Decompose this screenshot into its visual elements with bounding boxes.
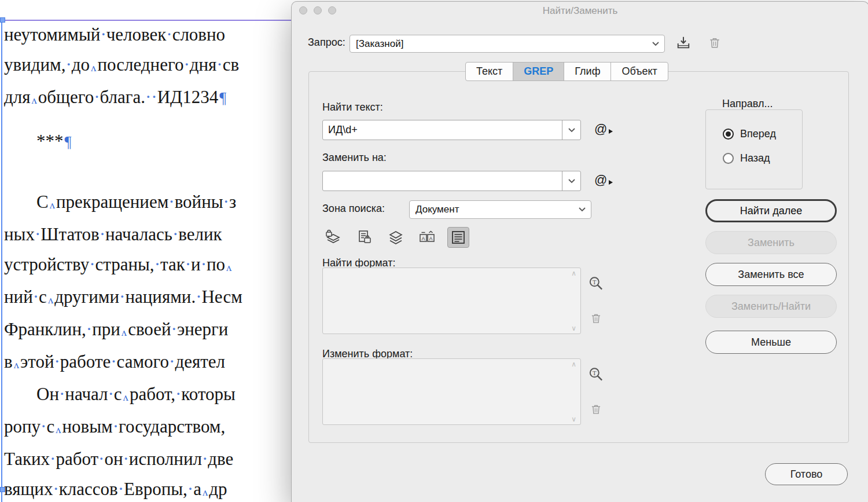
direction-label: Направл... bbox=[722, 98, 773, 110]
direction-forward-option[interactable]: Вперед bbox=[723, 128, 776, 140]
save-query-button[interactable] bbox=[675, 34, 692, 52]
svg-text:А: А bbox=[429, 236, 432, 241]
space-marker: · bbox=[185, 254, 191, 274]
find-next-button[interactable]: Найти далее bbox=[705, 199, 837, 222]
space-marker: · bbox=[202, 449, 208, 469]
screen: неутомимый·человек·словноувидим,·доʌпосл… bbox=[0, 0, 868, 502]
done-button[interactable]: Готово bbox=[765, 463, 848, 485]
space-marker: · bbox=[108, 384, 114, 404]
space-marker: · bbox=[196, 287, 201, 307]
space-marker: · bbox=[155, 254, 160, 274]
direction-group bbox=[705, 109, 803, 189]
locked-story-icon bbox=[356, 229, 373, 245]
space-marker: · bbox=[151, 87, 157, 107]
include-locked-stories-toggle[interactable] bbox=[354, 227, 376, 248]
space-marker: · bbox=[201, 254, 207, 274]
clear-find-format-button[interactable] bbox=[587, 310, 605, 327]
space-marker: · bbox=[187, 479, 193, 499]
tab-glyph[interactable]: Глиф bbox=[564, 62, 611, 81]
space-marker: · bbox=[113, 416, 119, 437]
chevron-down-icon bbox=[652, 42, 659, 46]
space-marker: · bbox=[168, 192, 174, 212]
nonbreaking-space-marker: ʌ bbox=[14, 358, 19, 371]
radio-forward[interactable] bbox=[723, 129, 734, 140]
trash-icon bbox=[590, 402, 602, 416]
pilcrow-marker: ¶ bbox=[65, 134, 72, 151]
nonbreaking-space-marker: ʌ bbox=[50, 199, 55, 211]
double-a-icon: А А bbox=[419, 229, 435, 245]
nonbreaking-space-marker: ʌ bbox=[56, 423, 61, 435]
change-format-box: ∧ ∨ bbox=[322, 358, 581, 425]
space-marker: · bbox=[166, 24, 172, 45]
find-change-dialog: Найти/Заменить Запрос: [Заказной] bbox=[291, 1, 868, 502]
space-marker: · bbox=[35, 224, 41, 244]
specify-change-format-button[interactable]: Т bbox=[586, 365, 606, 384]
space-marker: · bbox=[94, 87, 100, 107]
change-all-button[interactable]: Заменить все bbox=[705, 263, 837, 286]
direction-backward-option[interactable]: Назад bbox=[723, 152, 770, 164]
space-marker: · bbox=[118, 479, 124, 499]
document-line: неутомимый·человек·словно bbox=[4, 20, 293, 50]
text-frame-edge bbox=[1, 20, 2, 502]
text-lines-icon bbox=[450, 229, 466, 245]
magnifier-icon: Т bbox=[587, 275, 605, 292]
nonbreaking-space-marker: ʌ bbox=[48, 294, 53, 306]
include-hidden-layers-toggle[interactable] bbox=[385, 227, 407, 248]
space-marker: · bbox=[33, 287, 39, 307]
clear-change-format-button[interactable] bbox=[587, 401, 605, 418]
pilcrow-marker: ¶ bbox=[219, 90, 226, 107]
tab-text[interactable]: Текст bbox=[465, 62, 513, 81]
specify-find-format-button[interactable]: Т bbox=[586, 274, 606, 294]
radio-backward-label: Назад bbox=[740, 152, 770, 164]
scroll-down-icon: ∨ bbox=[571, 324, 576, 332]
delete-query-button[interactable] bbox=[706, 34, 723, 52]
svg-text:Т: Т bbox=[593, 369, 597, 376]
nonbreaking-space-marker: ʌ bbox=[32, 94, 37, 106]
document-text[interactable]: неутомимый·человек·словноувидим,·доʌпосл… bbox=[4, 20, 293, 502]
change-find-button[interactable]: Заменить/Найти bbox=[705, 295, 837, 318]
trash-icon bbox=[590, 312, 602, 325]
space-marker: · bbox=[65, 54, 71, 75]
query-value: [Заказной] bbox=[356, 38, 403, 50]
include-master-pages-toggle[interactable]: А А bbox=[416, 227, 438, 248]
space-marker: · bbox=[216, 54, 222, 75]
space-marker: · bbox=[98, 449, 104, 469]
layers-icon bbox=[388, 229, 404, 245]
tab-bar: Текст GREP Глиф Объект bbox=[465, 62, 668, 81]
space-marker: · bbox=[100, 24, 106, 45]
document-line: дляʌобщего·блага.··ИД1234¶ bbox=[4, 82, 293, 115]
document-line: Франклин,·приʌсвоей·энерги bbox=[4, 314, 293, 347]
include-footnotes-toggle[interactable] bbox=[447, 227, 469, 248]
dialog-titlebar[interactable]: Найти/Заменить bbox=[292, 2, 868, 19]
include-locked-layers-toggle[interactable] bbox=[322, 227, 344, 248]
svg-text:А: А bbox=[421, 236, 425, 241]
space-marker: · bbox=[111, 351, 116, 372]
space-marker: · bbox=[59, 384, 65, 404]
document-line: ний·сʌдругими·нациями.·Несм bbox=[4, 282, 293, 314]
tab-object[interactable]: Объект bbox=[610, 62, 668, 81]
radio-backward[interactable] bbox=[723, 153, 734, 164]
document-line: Сʌпрекращением·войны·з bbox=[4, 187, 293, 219]
change-button[interactable]: Заменить bbox=[705, 231, 837, 254]
document-line: ропу·сʌновым·государством, bbox=[4, 412, 293, 444]
scroll-up-icon: ∧ bbox=[571, 269, 576, 277]
space-marker: · bbox=[171, 319, 177, 339]
space-marker: · bbox=[119, 287, 125, 307]
query-label: Запрос: bbox=[308, 36, 345, 49]
tab-grep[interactable]: GREP bbox=[513, 62, 564, 81]
document-line: вящих·классов·Европы,·аʌдр bbox=[4, 474, 293, 502]
document-line: устройству·страны,·так·и·поʌ bbox=[4, 250, 293, 282]
space-marker: · bbox=[54, 351, 60, 372]
fewer-options-button[interactable]: Меньше bbox=[705, 331, 837, 354]
space-marker: · bbox=[53, 479, 58, 499]
space-marker: · bbox=[172, 224, 178, 244]
document-line: Таких·работ·он·исполнил·две bbox=[4, 444, 293, 474]
magnifier-icon: Т bbox=[587, 366, 605, 383]
query-combobox[interactable]: [Заказной] bbox=[350, 35, 665, 53]
space-marker: · bbox=[169, 351, 175, 372]
window-title: Найти/Заменить bbox=[292, 5, 868, 17]
document-line: Он·начал·сʌработ,·которы bbox=[4, 379, 293, 412]
document-line: ***¶ bbox=[4, 126, 293, 157]
scroll-down-icon: ∨ bbox=[571, 415, 576, 423]
locked-layers-icon bbox=[325, 229, 341, 245]
